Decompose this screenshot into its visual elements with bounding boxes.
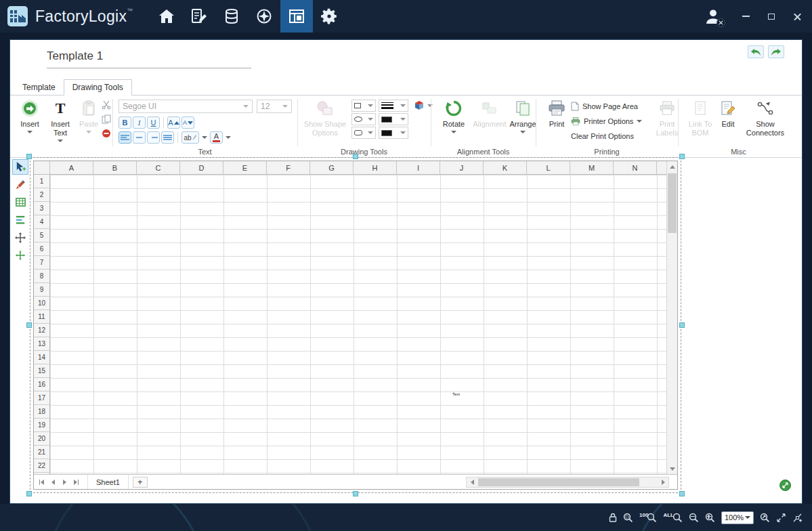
- alignment-button[interactable]: Alignment: [472, 98, 507, 129]
- show-connectors-button[interactable]: Show Connectors: [742, 98, 789, 137]
- lock-view-button[interactable]: [609, 513, 617, 522]
- italic-button[interactable]: I: [133, 116, 146, 129]
- zoom-100-button[interactable]: 100: [639, 513, 657, 523]
- cell-text-object[interactable]: Text: [452, 392, 460, 396]
- insert-text-button[interactable]: T Insert Text: [45, 98, 75, 142]
- sheet-cells[interactable]: Text: [50, 175, 666, 474]
- maximize-button[interactable]: [765, 9, 778, 23]
- column-header[interactable]: G: [310, 161, 354, 174]
- row-header[interactable]: 10: [34, 297, 49, 310]
- row-header[interactable]: 18: [34, 405, 49, 419]
- tab-template[interactable]: Template: [14, 80, 64, 95]
- zoom-in-button[interactable]: [705, 513, 715, 523]
- row-header[interactable]: 8: [34, 270, 49, 283]
- insert-button[interactable]: Insert: [16, 98, 44, 133]
- column-header[interactable]: L: [527, 161, 570, 174]
- last-sheet-button[interactable]: [70, 476, 82, 488]
- scroll-left-button[interactable]: [467, 477, 477, 487]
- column-header[interactable]: A: [50, 161, 93, 174]
- select-tool-button[interactable]: [12, 159, 28, 175]
- resize-handle-sw[interactable]: [26, 491, 32, 496]
- column-header[interactable]: D: [180, 161, 223, 174]
- shape-fill-select[interactable]: [411, 100, 435, 112]
- align-left-button[interactable]: [119, 131, 131, 144]
- zoom-dynamic-button[interactable]: [760, 513, 770, 523]
- undo-button[interactable]: [748, 45, 764, 58]
- resize-handle-ne[interactable]: [679, 154, 685, 159]
- vertical-scroll-track[interactable]: [667, 172, 677, 463]
- database-icon[interactable]: [215, 0, 248, 33]
- zoom-level-select[interactable]: 100%: [721, 511, 754, 524]
- fill-color-select[interactable]: [379, 127, 408, 139]
- rounded-shape-select[interactable]: [351, 127, 376, 139]
- resize-handle-n[interactable]: [353, 154, 358, 159]
- sheet-tab[interactable]: Sheet1: [87, 475, 129, 489]
- rectangle-shape-select[interactable]: [351, 100, 376, 112]
- column-header[interactable]: F: [267, 161, 310, 174]
- next-sheet-button[interactable]: [59, 476, 70, 488]
- row-header[interactable]: 1: [34, 175, 49, 188]
- paste-button[interactable]: Paste: [77, 98, 101, 133]
- arrange-button[interactable]: Arrange: [509, 98, 537, 133]
- row-header[interactable]: 20: [34, 432, 49, 446]
- resize-handle-s[interactable]: [353, 491, 358, 496]
- anchor-tool-button[interactable]: [12, 230, 28, 245]
- overview-sphere-button[interactable]: [779, 480, 791, 491]
- horizontal-scrollbar[interactable]: [466, 477, 669, 488]
- row-header[interactable]: 17: [34, 391, 49, 405]
- template-name-input[interactable]: Template 1: [47, 49, 251, 68]
- remove-icon[interactable]: [101, 128, 112, 139]
- copy-icon[interactable]: [101, 114, 112, 125]
- column-header[interactable]: H: [354, 161, 397, 174]
- zoom-all-button[interactable]: ALL: [663, 513, 683, 523]
- column-header[interactable]: I: [397, 161, 440, 174]
- printer-options-button[interactable]: Printer Options: [571, 115, 642, 127]
- table-tool-button[interactable]: [12, 194, 28, 210]
- align-tool-button[interactable]: [12, 212, 28, 228]
- print-labels-button[interactable]: Print Labels: [654, 98, 681, 137]
- align-right-button[interactable]: [147, 131, 160, 144]
- row-header[interactable]: 7: [34, 256, 49, 270]
- settings-gear-icon[interactable]: [313, 0, 345, 33]
- show-shape-options-button[interactable]: Show Shape Options: [303, 98, 347, 137]
- cut-icon[interactable]: [101, 100, 112, 110]
- first-sheet-button[interactable]: [36, 476, 47, 488]
- row-header[interactable]: 19: [34, 419, 49, 432]
- ellipse-shape-select[interactable]: [351, 113, 376, 125]
- font-size-select[interactable]: 12: [257, 100, 292, 113]
- line-color-select[interactable]: [379, 113, 408, 125]
- column-header[interactable]: N: [614, 161, 657, 174]
- horizontal-scroll-thumb[interactable]: [478, 478, 639, 486]
- pan-tool-button[interactable]: [12, 247, 28, 263]
- row-header[interactable]: 5: [34, 229, 49, 242]
- show-page-area-button[interactable]: Show Page Area: [571, 100, 638, 112]
- column-header[interactable]: J: [440, 161, 484, 174]
- scroll-right-button[interactable]: [658, 477, 668, 487]
- align-justify-button[interactable]: [161, 131, 174, 144]
- bold-button[interactable]: B: [119, 116, 131, 129]
- underline-button[interactable]: U: [147, 116, 160, 129]
- close-button[interactable]: [790, 9, 804, 23]
- row-header[interactable]: 3: [34, 202, 49, 215]
- resize-handle-e[interactable]: [679, 322, 685, 328]
- font-color-button[interactable]: A: [210, 131, 223, 144]
- minimize-button[interactable]: [739, 9, 752, 23]
- resize-handle-se[interactable]: [679, 491, 685, 496]
- row-header[interactable]: 15: [34, 364, 49, 378]
- text-highlight-button[interactable]: ab: [181, 131, 199, 144]
- vertical-scroll-thumb[interactable]: [668, 173, 677, 233]
- rotate-button[interactable]: Rotate: [438, 98, 469, 133]
- column-header[interactable]: C: [137, 161, 180, 174]
- scroll-up-button[interactable]: [667, 161, 677, 172]
- column-header[interactable]: M: [570, 161, 614, 174]
- row-header[interactable]: 21: [34, 446, 49, 459]
- row-header[interactable]: 16: [34, 378, 49, 391]
- user-account-icon[interactable]: [704, 7, 723, 26]
- clear-print-options-button[interactable]: Clear Print Options: [571, 130, 634, 142]
- fit-view-button[interactable]: [776, 513, 786, 523]
- select-all-corner[interactable]: [34, 161, 50, 174]
- edit-button[interactable]: Edit: [717, 98, 739, 129]
- font-family-select[interactable]: Segoe UI: [119, 100, 253, 113]
- compass-icon[interactable]: [248, 0, 280, 33]
- row-header[interactable]: 4: [34, 215, 49, 229]
